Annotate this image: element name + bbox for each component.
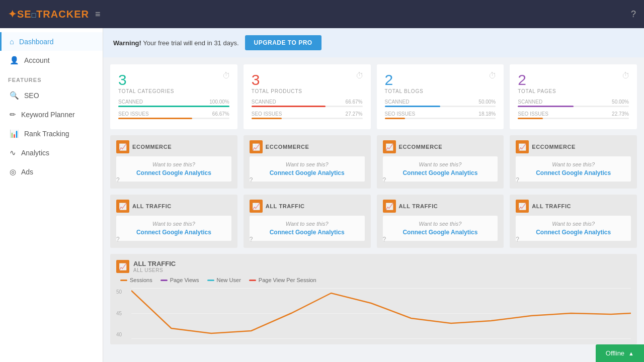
help-icon[interactable]: ? [631, 9, 636, 20]
scanned-label-0: SCANNED [118, 99, 143, 105]
traffic-body-2: Want to see this? Connect Google Analyti… [383, 216, 498, 241]
traffic-want-3: Want to see this? [522, 221, 625, 227]
chart-subtitle: ALL USERS [133, 267, 176, 273]
connect-ga-ecom-2[interactable]: Connect Google Analytics [389, 169, 492, 176]
ecommerce-icon-1: 📈 [250, 140, 263, 153]
scanned-pct-3: 50.00% [612, 99, 629, 105]
traffic-question-0: ? [116, 236, 120, 243]
ecommerce-widget-0: 📈 ECOMMERCE Want to see this? Connect Go… [110, 135, 237, 189]
sidebar-item-analytics[interactable]: ∿ Analytics [0, 143, 103, 162]
top-navigation: ✦SE□TRACKER ≡ ? [0, 0, 644, 28]
warning-label: Warning! [113, 39, 141, 47]
connect-ga-traffic-0[interactable]: Connect Google Analytics [122, 229, 225, 236]
stat-number-0: 3 [118, 71, 229, 88]
ecommerce-icon-3: 📈 [516, 140, 529, 153]
sidebar-item-rank-tracking[interactable]: 📊 Rank Tracking [0, 124, 103, 143]
warning-bar: Warning! Your free trial will end in 31 … [103, 28, 644, 57]
ecommerce-question-0: ? [116, 176, 120, 184]
issues-pct-3: 22.73% [612, 111, 629, 117]
sidebar-label-account: Account [24, 56, 50, 64]
ecommerce-widget-3: 📈 ECCOMMERCE Want to see this? Connect G… [510, 135, 637, 189]
sidebar-item-account[interactable]: 👤 Account [0, 51, 103, 70]
main-content: Warning! Your free trial will end in 31 … [103, 28, 644, 362]
grid-line-3 [131, 338, 631, 339]
ecommerce-header-1: 📈 ECCOMMERCE [250, 140, 365, 153]
offline-button[interactable]: Offline ▲ [596, 344, 644, 362]
issues-bar-0 [118, 118, 192, 119]
ecommerce-title-1: ECCOMMERCE [266, 144, 309, 150]
sidebar-label-dashboard: Dashboard [19, 38, 54, 46]
scanned-bar-2 [385, 106, 440, 107]
chart-section: 📈 ALL TRAFFIC ALL USERS Sessions Page Vi… [110, 254, 637, 344]
traffic-header-2: 📈 ALL TRAFFIC [383, 200, 498, 213]
connect-ga-traffic-2[interactable]: Connect Google Analytics [389, 229, 492, 236]
traffic-icon-0: 📈 [116, 200, 129, 213]
sidebar-label-rank: Rank Tracking [24, 130, 69, 138]
connect-ga-traffic-3[interactable]: Connect Google Analytics [522, 229, 625, 236]
progress-issues-3: SEO ISSUES 22.73% [518, 111, 629, 119]
app-logo: ✦SE□TRACKER [8, 8, 89, 20]
traffic-header-0: 📈 ALL TRAFFIC [116, 200, 231, 213]
stat-card-pages: ⏱ 2 TOTAL PAGES SCANNED 50.00% SEO ISSUE… [510, 64, 637, 129]
legend-label-3: Page View Per Session [259, 277, 316, 283]
sidebar-item-ads[interactable]: ◎ Ads [0, 162, 103, 182]
ecommerce-title-3: ECCOMMERCE [532, 144, 576, 150]
ecommerce-question-1: ? [250, 176, 253, 184]
stats-row: ⏱ 3 TOTAL CATEGORIES SCANNED 100.00% SEO… [103, 57, 644, 129]
traffic-header-1: 📈 ALL TRAFFIC [250, 200, 365, 213]
account-icon: 👤 [10, 56, 19, 65]
chart-title-block: ALL TRAFFIC ALL USERS [133, 260, 176, 273]
traffic-question-3: ? [516, 236, 519, 243]
progress-issues-0: SEO ISSUES 66.67% [118, 111, 229, 119]
issues-pct-0: 66.67% [212, 111, 229, 117]
stat-label-1: TOTAL PRODUCTS [252, 88, 363, 94]
scanned-pct-1: 66.67% [346, 99, 363, 105]
clock-icon-0: ⏱ [222, 71, 230, 80]
traffic-question-2: ? [383, 236, 386, 243]
legend-dot-0 [120, 280, 127, 281]
sidebar-label-analytics: Analytics [21, 149, 49, 157]
warning-text: Warning! Your free trial will end in 31 … [113, 39, 239, 47]
traffic-widget-3: 📈 ALL TRAFFIC Want to see this? Connect … [510, 195, 637, 248]
chart-svg [131, 288, 631, 338]
connect-ga-ecom-0[interactable]: Connect Google Analytics [122, 169, 225, 176]
sidebar-item-keyword-planner[interactable]: ✏ Keyword Planner [0, 105, 103, 124]
traffic-icon-1: 📈 [250, 200, 263, 213]
traffic-want-2: Want to see this? [389, 221, 492, 227]
connect-ga-ecom-3[interactable]: Connect Google Analytics [522, 169, 625, 176]
offline-label: Offline [606, 349, 624, 357]
stat-label-2: TOTAL BLOGS [385, 88, 496, 94]
nav-left: ✦SE□TRACKER ≡ [8, 8, 100, 20]
ecommerce-want-3: Want to see this? [522, 161, 625, 167]
y-label-50: 50 [116, 289, 130, 295]
ecommerce-body-3: Want to see this? Connect Google Analyti… [516, 156, 631, 182]
connect-ga-traffic-1[interactable]: Connect Google Analytics [256, 229, 359, 236]
legend-label-0: Sessions [130, 277, 152, 283]
logo-icon: □ [32, 11, 36, 19]
progress-scanned-0: SCANNED 100.00% [118, 99, 229, 107]
connect-ga-ecom-1[interactable]: Connect Google Analytics [256, 169, 359, 176]
ecommerce-body-0: Want to see this? Connect Google Analyti… [116, 156, 231, 182]
ecommerce-body-1: Want to see this? Connect Google Analyti… [250, 156, 365, 182]
progress-scanned-2: SCANNED 50.00% [385, 99, 496, 107]
clock-icon-2: ⏱ [489, 71, 497, 80]
stat-card-blogs: ⏱ 2 TOTAL BLOGS SCANNED 50.00% SEO ISSUE… [377, 64, 504, 129]
rank-icon: 📊 [10, 129, 19, 138]
ecommerce-icon-2: 📈 [383, 140, 396, 153]
ecommerce-want-2: Want to see this? [389, 161, 492, 167]
legend-item-1: Page Views [160, 277, 199, 283]
logo-accent: ✦SE [8, 9, 32, 20]
issues-bar-1 [252, 118, 282, 119]
traffic-widget-row: 📈 ALL TRAFFIC Want to see this? Connect … [103, 189, 644, 248]
traffic-widget-1: 📈 ALL TRAFFIC Want to see this? Connect … [244, 195, 371, 248]
stat-number-2: 2 [385, 71, 496, 88]
sidebar-item-dashboard[interactable]: ⌂ Dashboard [0, 32, 103, 51]
traffic-widget-0: 📈 ALL TRAFFIC Want to see this? Connect … [110, 195, 237, 248]
sidebar-item-seo[interactable]: 🔍 SEO [0, 86, 103, 105]
upgrade-button[interactable]: UPGRADE TO PRO [245, 35, 321, 50]
main-layout: ⌂ Dashboard 👤 Account FEATURES 🔍 SEO ✏ K… [0, 28, 644, 362]
hamburger-menu[interactable]: ≡ [95, 9, 101, 20]
ecommerce-title-2: ECCOMMERCE [399, 144, 443, 150]
chart-header: 📈 ALL TRAFFIC ALL USERS [116, 260, 631, 273]
ads-icon: ◎ [10, 167, 16, 176]
